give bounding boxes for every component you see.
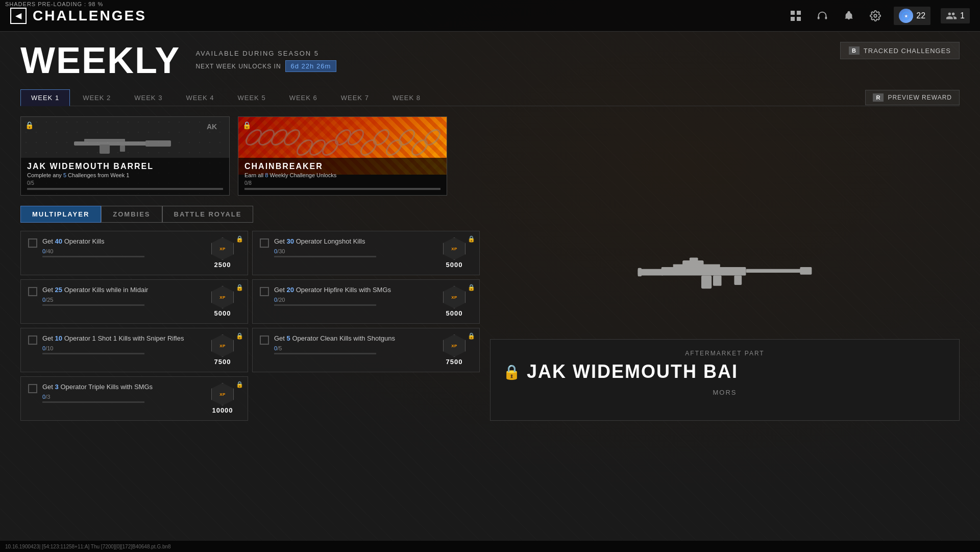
challenge-xp: XP 7500 — [205, 334, 240, 366]
challenge-info: Get 20 Operator Hipfire Kills with SMGs … — [274, 286, 431, 306]
page-title: CHALLENGES — [33, 8, 146, 24]
challenge-progress-bar — [274, 304, 376, 306]
reward-card-jak[interactable]: 🔒 AK JAK WIDEMOUTH BARREL — [20, 116, 230, 196]
next-week-label: NEXT WEEK UNLOCKS IN — [195, 63, 281, 70]
weekly-header: WEEKLY AVAILABLE DURING SEASON 5 NEXT WE… — [20, 42, 960, 79]
player-badge[interactable]: 1 — [941, 8, 970, 23]
tab-week-1[interactable]: WEEK 1 — [20, 89, 70, 106]
available-text: AVAILABLE DURING SEASON 5 — [195, 50, 336, 57]
svg-point-27 — [397, 127, 417, 148]
notification-icon[interactable] — [841, 8, 857, 24]
reward-card-chainbreaker[interactable]: 🔒 CHAINBREAKER Earn all 8 Weekly Challen… — [238, 116, 447, 196]
chainbreaker-progress: 0/8 — [244, 180, 440, 186]
weekly-info: AVAILABLE DURING SEASON 5 NEXT WEEK UNLO… — [195, 42, 336, 72]
challenge-lock-icon: 🔒 — [236, 332, 243, 340]
challenge-checkbox[interactable] — [260, 238, 269, 248]
xp-badge[interactable]: ★ 22 — [894, 7, 930, 25]
svg-rect-38 — [734, 275, 742, 284]
challenge-lock-icon: 🔒 — [236, 284, 243, 291]
jak-progress: 0/5 — [27, 180, 223, 186]
tracked-label: TRACKED CHALLENGES — [864, 47, 951, 55]
back-button[interactable]: ◀ CHALLENGES — [10, 8, 146, 24]
xp-icon: ★ — [899, 9, 913, 23]
svg-rect-30 — [638, 269, 664, 275]
chainbreaker-title: CHAINBREAKER — [244, 162, 440, 171]
challenge-xp: XP 5000 — [436, 237, 472, 269]
svg-rect-39 — [682, 260, 703, 267]
svg-rect-1 — [797, 11, 801, 15]
tab-week-7[interactable]: WEEK 7 — [330, 89, 380, 106]
tab-week-2[interactable]: WEEK 2 — [72, 89, 121, 106]
challenge-item: 🔒 Get 20 Operator Hipfire Kills with SMG… — [252, 279, 480, 324]
svg-rect-3 — [797, 17, 801, 21]
timer-value: 6d 22h 26m — [285, 60, 337, 72]
preview-reward-button[interactable]: R PREVIEW REWARD — [865, 90, 960, 105]
svg-point-29 — [422, 127, 443, 148]
unlock-timer: NEXT WEEK UNLOCKS IN 6d 22h 26m — [195, 60, 336, 72]
headphone-icon[interactable] — [814, 8, 830, 24]
reward-lock-icon: 🔒 — [503, 364, 522, 380]
svg-rect-2 — [791, 17, 795, 21]
challenge-checkbox[interactable] — [28, 238, 37, 248]
challenge-progress: 0/20 — [274, 297, 431, 303]
challenge-xp: XP 7500 — [436, 334, 472, 366]
challenge-info: Get 25 Operator Kills while in Midair 0/… — [42, 286, 200, 306]
chainbreaker-progress-bar — [244, 188, 440, 190]
xp-count: 22 — [916, 11, 925, 20]
week-tabs: WEEK 1 WEEK 2 WEEK 3 WEEK 4 WEEK 5 WEEK … — [20, 89, 960, 106]
challenge-lock-icon: 🔒 — [468, 235, 475, 243]
challenge-progress: 0/3 — [42, 394, 200, 400]
challenge-progress: 0/40 — [42, 248, 200, 254]
svg-rect-11 — [84, 139, 125, 142]
challenge-text: Get 20 Operator Hipfire Kills with SMGs — [274, 286, 431, 295]
mode-tab-multiplayer[interactable]: MULTIPLAYER — [20, 206, 101, 223]
challenge-checkbox[interactable] — [28, 384, 37, 393]
challenge-checkbox[interactable] — [260, 335, 269, 345]
challenge-item: 🔒 Get 5 Operator Clean Kills with Shotgu… — [252, 328, 480, 372]
tab-week-4[interactable]: WEEK 4 — [175, 89, 225, 106]
xp-value: 10000 — [212, 406, 233, 414]
challenge-xp: XP 2500 — [205, 237, 240, 269]
xp-hex-icon: XP — [211, 237, 234, 260]
jak-progress-bar — [27, 188, 223, 190]
challenge-text: Get 25 Operator Kills while in Midair — [42, 286, 200, 295]
svg-rect-10 — [74, 141, 156, 146]
tab-week-8[interactable]: WEEK 8 — [382, 89, 431, 106]
svg-rect-40 — [690, 257, 698, 261]
challenge-text: Get 5 Operator Clean Kills with Shotguns — [274, 334, 431, 343]
mode-tab-battle-royale[interactable]: BATTLE ROYALE — [162, 206, 254, 223]
challenge-text: Get 3 Operator Triple Kills with SMGs — [42, 383, 200, 392]
svg-rect-37 — [713, 275, 722, 285]
svg-rect-5 — [825, 16, 827, 19]
tab-week-6[interactable]: WEEK 6 — [279, 89, 328, 106]
tab-week-3[interactable]: WEEK 3 — [124, 89, 173, 106]
tracked-key: B — [849, 46, 860, 55]
svg-rect-35 — [800, 267, 812, 274]
challenge-lock-icon: 🔒 — [468, 332, 475, 340]
svg-rect-14 — [120, 146, 125, 152]
svg-point-24 — [358, 137, 379, 158]
xp-value: 5000 — [446, 309, 463, 317]
challenge-lock-icon: 🔒 — [236, 381, 243, 388]
challenge-checkbox[interactable] — [28, 287, 37, 296]
svg-point-6 — [874, 14, 877, 17]
reward-subname: MORS — [503, 389, 947, 396]
challenge-progress-bar — [42, 401, 144, 403]
challenge-info: Get 5 Operator Clean Kills with Shotguns… — [274, 334, 431, 354]
tab-week-5[interactable]: WEEK 5 — [227, 89, 277, 106]
challenge-progress-bar — [42, 353, 144, 354]
svg-point-26 — [384, 137, 404, 158]
challenge-checkbox[interactable] — [260, 287, 269, 296]
status-text: 10.16.1900423| [54:123:11258+11:A] Thu [… — [5, 544, 171, 549]
svg-text:AK: AK — [207, 123, 217, 131]
settings-icon[interactable] — [867, 8, 884, 24]
weapon-preview-area — [490, 206, 960, 339]
challenge-checkbox[interactable] — [28, 335, 37, 345]
challenge-item: 🔒 Get 25 Operator Kills while in Midair … — [20, 279, 248, 324]
challenge-xp: XP 5000 — [205, 286, 240, 317]
grid-icon[interactable] — [788, 8, 804, 24]
weapon-preview-svg — [635, 242, 814, 303]
challenge-progress: 0/30 — [274, 248, 431, 254]
mode-tab-zombies[interactable]: ZOMBIES — [101, 206, 162, 223]
tracked-challenges-button[interactable]: B TRACKED CHALLENGES — [840, 42, 960, 59]
